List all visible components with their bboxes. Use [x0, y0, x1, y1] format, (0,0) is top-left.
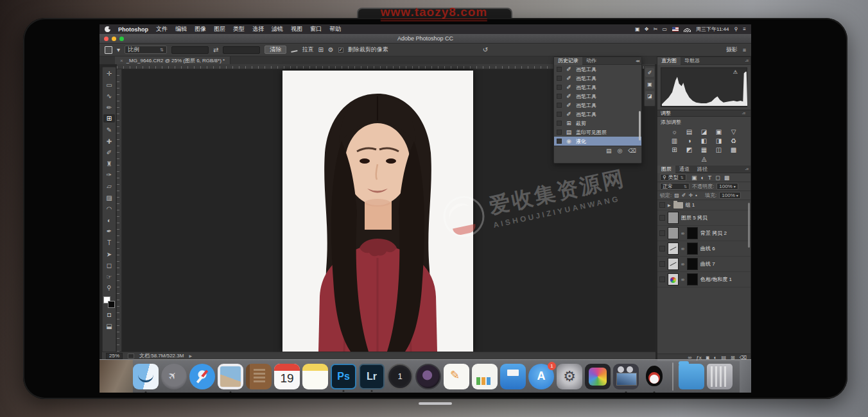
dock-pages-icon[interactable] — [444, 364, 469, 389]
background-color-swatch[interactable] — [108, 301, 115, 308]
adjustment-icon[interactable]: ◨ — [715, 137, 723, 144]
history-source-well[interactable] — [557, 85, 562, 90]
tool-button[interactable]: ⊞ — [103, 114, 115, 123]
crop-settings-gear-icon[interactable]: ⚙ — [328, 47, 334, 53]
layer-visibility-toggle[interactable] — [659, 277, 665, 282]
panel-menu-icon[interactable]: -≡ — [742, 111, 747, 115]
tool-button[interactable]: ✛ — [103, 69, 115, 78]
tool-button[interactable]: ▭ — [103, 81, 115, 89]
dock-folder-icon[interactable] — [679, 364, 704, 389]
layer-visibility-toggle[interactable] — [659, 246, 665, 251]
dock-keynote-icon[interactable] — [500, 364, 526, 389]
panel-tab[interactable]: 通道 — [675, 166, 693, 173]
filter-kind-select[interactable]: ⚲ 类型 ⇅ — [660, 174, 686, 181]
tool-button[interactable]: ▱ — [103, 182, 115, 191]
dock-photos-icon[interactable] — [218, 364, 243, 389]
history-source-well[interactable] — [557, 76, 562, 81]
history-source-well[interactable] — [557, 94, 562, 99]
panel-menu-icon[interactable]: -≡ — [745, 167, 751, 171]
status-arrow-icon[interactable]: ▶ — [189, 353, 192, 358]
dock-lightroom-icon[interactable]: Lr — [359, 364, 385, 389]
collapsed-panel-button[interactable]: ✐ — [645, 68, 654, 77]
layer-mask-thumbnail[interactable] — [687, 243, 698, 255]
history-row[interactable]: ✐ 画笔工具 — [554, 110, 641, 119]
layer-visibility-toggle[interactable] — [659, 261, 665, 267]
collapsed-panel-button[interactable]: ▣ — [645, 80, 654, 89]
history-source-well[interactable] — [557, 121, 562, 126]
adjustment-icon[interactable]: ♻ — [729, 137, 738, 144]
history-row[interactable]: ◉ 液化 — [554, 137, 641, 146]
layer-thumbnail[interactable] — [668, 273, 679, 285]
panel-tab[interactable]: 导航器 — [681, 57, 704, 65]
reset-icon[interactable]: ↺ — [483, 47, 488, 53]
status-icon[interactable]: ❖ — [645, 26, 649, 32]
notification-center-icon[interactable]: ≡ — [743, 26, 746, 32]
overlay-grid-icon[interactable]: ⊞ — [318, 47, 323, 53]
tool-button[interactable]: ▨ — [103, 194, 115, 202]
layer-row[interactable]: ∞ 背景 拷贝 2 — [657, 226, 751, 241]
dock-launchpad-icon[interactable] — [161, 364, 187, 389]
menu-item[interactable]: 图层 — [214, 25, 225, 33]
crop-ratio-select[interactable]: 比例 ⇅ — [125, 46, 167, 54]
adjustment-icon[interactable]: ◑ — [685, 137, 693, 144]
layer-visibility-toggle[interactable] — [659, 202, 665, 208]
history-source-well[interactable] — [557, 112, 562, 117]
layers-scrollbar[interactable] — [748, 203, 750, 248]
layer-filter-icon[interactable]: ◻ — [715, 174, 720, 181]
adjustment-icon[interactable]: ⊞ — [670, 146, 679, 153]
crop-width-input[interactable] — [171, 46, 209, 54]
delete-cropped-checkbox[interactable]: ✓ — [338, 47, 343, 53]
menu-item[interactable]: 图像 — [195, 25, 206, 33]
menu-item[interactable]: 编辑 — [175, 25, 187, 33]
dock-aperture-icon[interactable] — [415, 364, 441, 389]
layer-visibility-toggle[interactable] — [659, 215, 665, 221]
history-row[interactable]: ✐ 画笔工具 — [554, 74, 641, 83]
adjustment-icon[interactable]: ◧ — [700, 137, 708, 144]
tool-button[interactable]: ◠ — [103, 205, 115, 213]
group-expand-icon[interactable]: ▶ — [668, 203, 671, 207]
layer-row[interactable]: ▶ ∞ 组 1 — [657, 200, 751, 210]
dock-finder-icon[interactable] — [133, 364, 159, 389]
tool-button[interactable]: ♜ — [103, 160, 115, 168]
status-icon[interactable]: ▭ — [662, 26, 667, 32]
screen-mode-button[interactable]: ⬓ — [103, 322, 115, 330]
adjustment-icon[interactable]: ▥ — [670, 137, 679, 144]
straighten-label[interactable]: 拉直 — [302, 46, 313, 54]
menu-item[interactable]: 类型 — [233, 25, 245, 33]
dock-notes-icon[interactable] — [302, 364, 328, 389]
tool-button[interactable]: ✐ — [103, 148, 115, 157]
adjustment-icon[interactable]: ◬ — [700, 155, 708, 162]
history-footer-icon[interactable]: ◎ — [617, 148, 622, 154]
dock-safari-icon[interactable] — [189, 364, 215, 389]
panel-tab[interactable]: 动作 — [582, 57, 600, 65]
panel-tab[interactable]: 直方图 — [657, 57, 681, 65]
panel-collapse-icon[interactable]: ◂◂ — [636, 58, 641, 64]
adjustment-icon[interactable]: ▽ — [729, 128, 738, 135]
status-icon[interactable]: ▣ — [635, 26, 640, 32]
fill-value[interactable]: 100% ▾ — [719, 192, 740, 199]
swap-dimensions-icon[interactable]: ⇄ — [213, 47, 218, 53]
status-icon[interactable]: ✂ — [654, 26, 658, 32]
adjustment-icon[interactable]: ☼ — [670, 128, 679, 135]
dock-capture-one-icon[interactable]: 1 — [387, 364, 413, 389]
blend-mode-select[interactable]: 正常 ⇅ — [660, 183, 690, 190]
panel-tab[interactable]: 历史记录 — [554, 57, 582, 65]
apple-menu-icon[interactable] — [105, 26, 110, 32]
tool-button[interactable]: ◻ — [103, 261, 115, 269]
layer-thumbnail[interactable] — [668, 258, 679, 270]
tool-button[interactable]: ✏ — [103, 103, 115, 112]
dock-final-cut-icon[interactable] — [585, 364, 611, 389]
layer-row[interactable]: ∞ 图层 5 拷贝 — [657, 210, 751, 226]
menu-item[interactable]: 滤镜 — [272, 25, 283, 33]
panel-menu-icon[interactable]: -≡ — [745, 58, 751, 63]
delete-cropped-label[interactable]: 删除裁剪的像素 — [348, 46, 388, 54]
tool-preset-arrow-icon[interactable]: ▾ — [117, 47, 120, 53]
layer-filter-icon[interactable]: ▩ — [724, 174, 730, 181]
tool-button[interactable]: ✚ — [103, 137, 115, 146]
history-row[interactable]: ✐ 画笔工具 — [554, 92, 641, 101]
history-row[interactable]: ✐ 画笔工具 — [554, 65, 641, 74]
quick-mask-button[interactable]: ◘ — [103, 311, 115, 319]
app-name[interactable]: Photoshop — [118, 26, 148, 33]
collapsed-panel-button[interactable]: ◪ — [645, 91, 654, 100]
crop-height-input[interactable] — [223, 46, 260, 54]
